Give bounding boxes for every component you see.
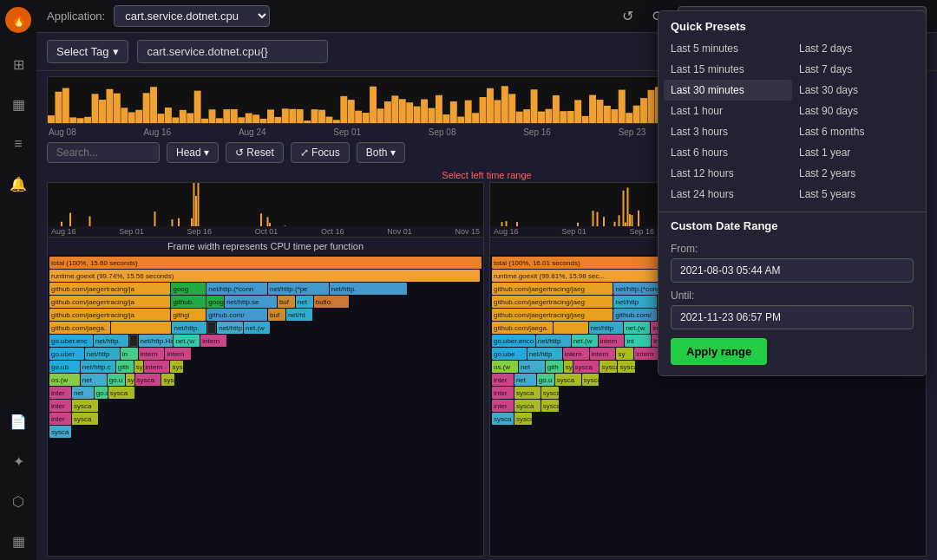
preset-last-5years[interactable]: Last 5 years (792, 184, 921, 205)
list-item[interactable]: sysca (135, 374, 161, 386)
preset-last-30min[interactable]: Last 30 minutes (664, 80, 792, 101)
list-item[interactable]: go.u (537, 374, 554, 386)
left-mini-chart[interactable] (48, 183, 483, 226)
list-item[interactable]: sysca (514, 400, 541, 412)
list-item[interactable] (111, 322, 172, 334)
list-item[interactable]: go.uber.enco (492, 335, 535, 347)
list-item[interactable]: net/http.c (81, 361, 115, 373)
list-item[interactable]: inter (492, 387, 514, 399)
select-tag-button[interactable]: Select Tag ▾ (47, 40, 128, 63)
list-item[interactable] (207, 322, 216, 334)
list-item[interactable]: github. (171, 296, 206, 308)
preset-last-2years[interactable]: Last 2 years (792, 163, 921, 184)
preset-last-90days[interactable]: Last 90 days (792, 101, 921, 121)
preset-last-3hours[interactable]: Last 3 hours (664, 121, 792, 142)
list-item[interactable]: net/http. (330, 283, 408, 295)
list-item[interactable]: net.(w (174, 335, 200, 347)
preset-last-5min[interactable]: Last 5 minutes (664, 38, 792, 59)
app-selector[interactable]: cart.service.dotnet.cpu (114, 5, 270, 27)
list-item[interactable]: net/http.(*pe (268, 283, 329, 295)
list-item[interactable]: intern (144, 361, 170, 373)
list-item[interactable]: net/http (527, 348, 562, 360)
list-item[interactable]: intern (563, 348, 589, 360)
chart-icon[interactable]: ▦ (6, 92, 30, 116)
list-item[interactable]: int (625, 335, 651, 347)
file-icon[interactable]: 📄 (6, 409, 30, 433)
list-item[interactable]: github.com/jaegertracing/ja (49, 283, 170, 295)
list-item[interactable]: sysca (161, 374, 174, 386)
list-item[interactable]: net.(w (624, 322, 650, 334)
list-item[interactable]: inter (49, 387, 71, 399)
list-item[interactable]: os.(w (492, 361, 518, 373)
list-item[interactable]: gith (546, 361, 563, 373)
list-item[interactable]: intern (590, 348, 616, 360)
reset-button[interactable]: ↺ Reset (226, 142, 284, 163)
list-item[interactable]: sysca (514, 387, 541, 399)
list-item[interactable]: net (514, 374, 536, 386)
list-item[interactable]: github.com/jaegertracing/jaeg (492, 296, 613, 308)
list-item[interactable]: gith (116, 361, 134, 373)
list-item[interactable]: net/http. (94, 335, 128, 347)
list-item[interactable]: net/ht (286, 309, 312, 321)
list-item[interactable]: sysca (72, 413, 98, 425)
list-item[interactable]: github.com/jaega. (492, 322, 553, 334)
list-item[interactable]: os.(w (49, 374, 80, 386)
list-item[interactable]: net.(w (244, 322, 270, 334)
github-icon[interactable]: ⬡ (6, 489, 30, 513)
list-item[interactable]: sysca (514, 413, 532, 425)
list-item[interactable] (554, 322, 588, 334)
preset-last-15min[interactable]: Last 15 minutes (664, 59, 792, 80)
list-item[interactable]: net/http.Ha (139, 335, 174, 347)
both-button[interactable]: Both ▾ (357, 142, 405, 163)
list-item[interactable]: net/http.se (225, 296, 277, 308)
preset-last-6months[interactable]: Last 6 months (792, 121, 921, 142)
list-item[interactable]: github.com/jaegertracing/ja (49, 296, 170, 308)
list-item[interactable]: sysca (582, 374, 600, 386)
list-item[interactable]: sy (616, 348, 633, 360)
list-item[interactable]: net (519, 361, 545, 373)
list-item[interactable]: runtime.goexit (99.74%, 15.56 seconds) (49, 270, 480, 282)
list-item[interactable]: sysca (492, 413, 514, 425)
tag-input[interactable] (137, 40, 328, 63)
grid-icon[interactable]: ⊞ (6, 52, 30, 76)
slack-icon[interactable]: ✦ (6, 449, 30, 473)
list-item[interactable]: buf (278, 296, 295, 308)
list-item[interactable]: net/http (613, 296, 657, 308)
list-item[interactable]: goog (171, 283, 206, 295)
apply-range-button[interactable]: Apply range (671, 338, 767, 365)
preset-last-1year[interactable]: Last 1 year (792, 142, 921, 163)
list-item[interactable]: go.u (108, 374, 125, 386)
list-item[interactable]: github.com/jaegertracing/jaeg (492, 309, 613, 321)
preset-last-7days[interactable]: Last 7 days (792, 59, 921, 80)
list-item[interactable] (129, 335, 138, 347)
list-item[interactable]: net (296, 296, 313, 308)
list-item[interactable]: intern (634, 348, 660, 360)
app-logo[interactable]: 🔥 (5, 7, 31, 33)
list-item[interactable]: net/http (85, 348, 120, 360)
list-item[interactable]: net/http.Ha (217, 322, 243, 334)
list-item[interactable]: inter (49, 413, 71, 425)
list-item[interactable]: githgi (171, 309, 206, 321)
list-item[interactable]: sysca (600, 361, 617, 373)
list-item[interactable]: sysca (170, 361, 183, 373)
list-item[interactable]: net/http. (172, 322, 206, 334)
head-button[interactable]: Head ▾ (167, 142, 219, 163)
list-item[interactable]: sysca (555, 374, 581, 386)
list-item[interactable]: sysca (108, 387, 134, 399)
list-item[interactable]: bufio. (314, 296, 349, 308)
list-item[interactable]: sysca (49, 426, 71, 438)
settings-icon[interactable]: ▦ (6, 529, 30, 553)
preset-last-12hours[interactable]: Last 12 hours (664, 163, 792, 184)
list-item[interactable]: sysca (72, 400, 98, 412)
list-item[interactable]: go.ub (49, 361, 80, 373)
list-item[interactable]: github.com/ (206, 309, 267, 321)
list-item[interactable]: github.com/jaegertracing/ja (49, 309, 170, 321)
list-item[interactable]: inter (49, 400, 71, 412)
list-item[interactable]: buf (268, 309, 285, 321)
bar-icon[interactable]: ≡ (6, 132, 30, 156)
preset-last-30days[interactable]: Last 30 days (792, 80, 921, 101)
list-item[interactable]: intern (200, 335, 226, 347)
from-date-input[interactable] (671, 258, 914, 283)
focus-button[interactable]: ⤢ Focus (291, 142, 350, 163)
list-item[interactable]: intern (165, 348, 191, 360)
